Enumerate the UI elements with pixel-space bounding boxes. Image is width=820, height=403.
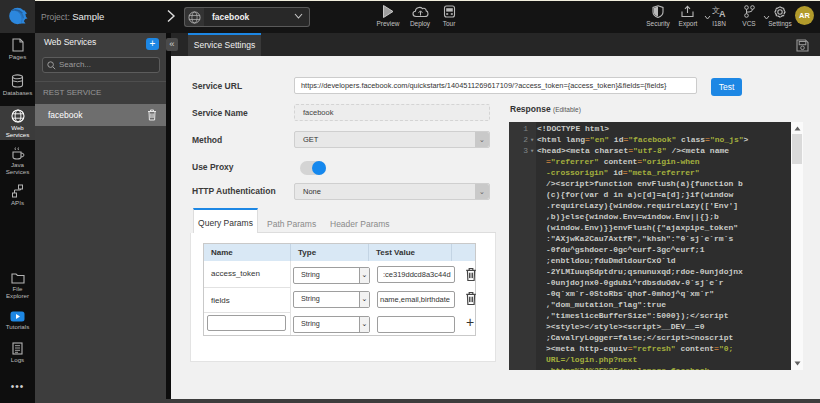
svg-text:A: A bbox=[719, 9, 726, 18]
